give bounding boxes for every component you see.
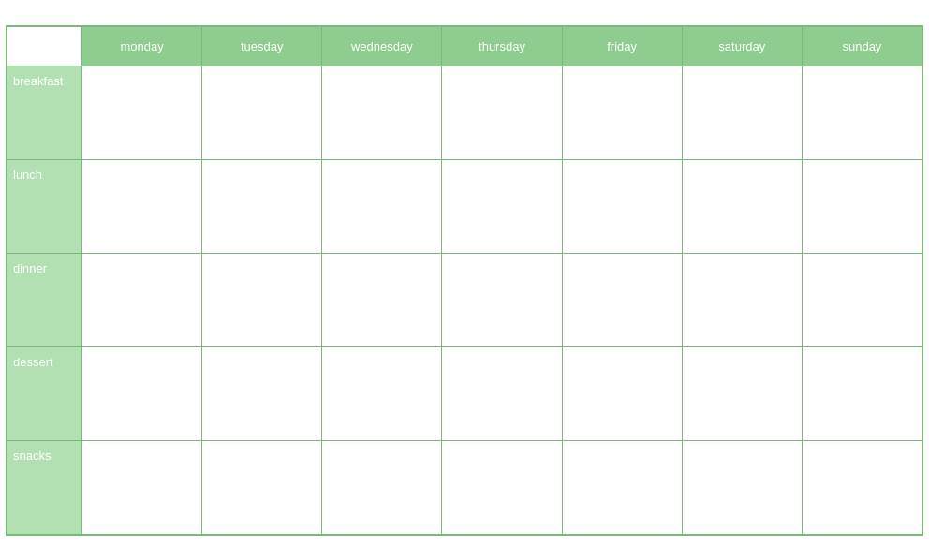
row-label-dessert: dessert [7,346,82,440]
cell-breakfast-wednesday[interactable] [322,66,442,159]
row-label-breakfast: breakfast [7,66,82,159]
row-breakfast: breakfast [7,66,922,159]
cell-lunch-thursday[interactable] [442,159,562,253]
cell-dinner-wednesday[interactable] [322,253,442,346]
cell-lunch-friday[interactable] [562,159,682,253]
row-lunch: lunch [7,159,922,253]
row-dessert: dessert [7,346,922,440]
cell-dessert-thursday[interactable] [442,346,562,440]
header-saturday: saturday [682,26,802,66]
cell-lunch-monday[interactable] [82,159,202,253]
cell-dinner-friday[interactable] [562,253,682,346]
cell-dinner-thursday[interactable] [442,253,562,346]
meal-planner: monday tuesday wednesday thursday friday… [6,25,923,536]
cell-dessert-monday[interactable] [82,346,202,440]
header-tuesday: tuesday [202,26,322,66]
cell-snacks-wednesday[interactable] [322,440,442,534]
row-snacks: snacks [7,440,922,534]
row-label-snacks: snacks [7,440,82,534]
cell-lunch-sunday[interactable] [802,159,922,253]
row-label-lunch: lunch [7,159,82,253]
row-label-dinner: dinner [7,253,82,346]
cell-lunch-tuesday[interactable] [202,159,322,253]
cell-breakfast-thursday[interactable] [442,66,562,159]
cell-dinner-saturday[interactable] [682,253,802,346]
cell-breakfast-monday[interactable] [82,66,202,159]
cell-breakfast-saturday[interactable] [682,66,802,159]
header-monday: monday [82,26,202,66]
cell-snacks-tuesday[interactable] [202,440,322,534]
cell-snacks-friday[interactable] [562,440,682,534]
cell-snacks-monday[interactable] [82,440,202,534]
cell-breakfast-sunday[interactable] [802,66,922,159]
cell-dinner-tuesday[interactable] [202,253,322,346]
cell-dinner-sunday[interactable] [802,253,922,346]
cell-snacks-thursday[interactable] [442,440,562,534]
header-wednesday: wednesday [322,26,442,66]
cell-dinner-monday[interactable] [82,253,202,346]
cell-breakfast-friday[interactable] [562,66,682,159]
cell-lunch-wednesday[interactable] [322,159,442,253]
header-sunday: sunday [802,26,922,66]
cell-dessert-tuesday[interactable] [202,346,322,440]
cell-lunch-saturday[interactable] [682,159,802,253]
cell-dessert-sunday[interactable] [802,346,922,440]
cell-snacks-saturday[interactable] [682,440,802,534]
header-row: monday tuesday wednesday thursday friday… [7,26,922,66]
cell-breakfast-tuesday[interactable] [202,66,322,159]
row-dinner: dinner [7,253,922,346]
cell-dessert-wednesday[interactable] [322,346,442,440]
cell-snacks-sunday[interactable] [802,440,922,534]
cell-dessert-saturday[interactable] [682,346,802,440]
header-empty [7,26,82,66]
cell-dessert-friday[interactable] [562,346,682,440]
header-friday: friday [562,26,682,66]
header-thursday: thursday [442,26,562,66]
